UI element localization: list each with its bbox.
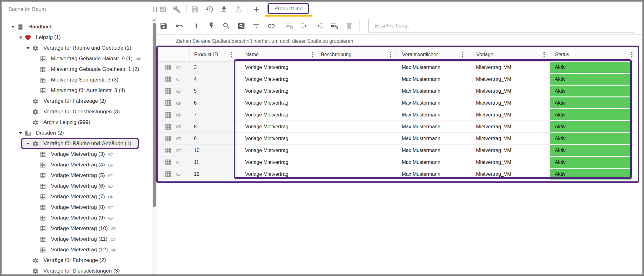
list-history-icon[interactable] <box>330 22 338 30</box>
tree-scrollbar[interactable] <box>152 18 157 274</box>
table-row[interactable]: 10Vorlage MietvertragMax MustermannMietv… <box>158 145 637 156</box>
tree-item[interactable]: Verträge für Räume und Gebäude (1) <box>2 138 151 149</box>
description-input[interactable] <box>368 19 634 33</box>
list-collapse-icon[interactable] <box>300 22 308 30</box>
search-icon[interactable] <box>222 22 230 30</box>
tree-item[interactable]: Verträge für Räume und Gebäude (1) <box>2 43 151 53</box>
paperclip-icon[interactable] <box>176 100 182 106</box>
add-row-icon[interactable] <box>192 22 200 30</box>
tree-item[interactable]: Vorlage Mietvertrag (8) <box>2 202 151 213</box>
tree-item[interactable]: Verträge für Dienstleistungen (3) <box>2 266 151 274</box>
tree-item[interactable]: Vorlage Mietvertrag (9) <box>2 213 151 223</box>
header-cell-verantwortlicher[interactable]: Verantwortlicher <box>396 48 468 61</box>
tree-item[interactable]: Handbuch <box>2 22 151 32</box>
tree-item[interactable]: Archiv Leipzig (999) <box>2 117 151 128</box>
caret-down-icon[interactable] <box>17 132 25 134</box>
splitter-drag-handle[interactable] <box>153 7 157 12</box>
tree-item[interactable]: Vorlage Mietvertrag (12) <box>2 244 151 255</box>
paperclip-icon[interactable] <box>176 112 182 118</box>
list-save-icon[interactable] <box>285 22 293 30</box>
tree-item[interactable]: Verträge für Fahrzeuge (2) <box>2 255 151 266</box>
table-row[interactable]: 6Vorlage MietvertragMax MustermannMietve… <box>158 97 637 109</box>
flash-icon[interactable] <box>207 22 215 30</box>
grid-icon[interactable] <box>165 123 172 131</box>
search-box-icon[interactable] <box>237 22 245 30</box>
paperclip-icon[interactable] <box>176 88 182 94</box>
list-expand-icon[interactable] <box>315 22 323 30</box>
grid-icon[interactable] <box>165 111 172 119</box>
paperclip-icon[interactable] <box>176 76 182 82</box>
column-menu-icon[interactable] <box>390 54 391 55</box>
table-row[interactable]: 12Vorlage MietvertragMax MustermannMietv… <box>158 168 637 180</box>
tree-item[interactable]: Vorlage Mietvertrag (3) <box>2 149 151 160</box>
paperclip-icon[interactable] <box>176 124 182 130</box>
tree-item[interactable]: Verträge für Fahrzeuge (2) <box>2 96 151 106</box>
wrench-icon[interactable] <box>173 5 181 13</box>
header-cell-name[interactable]: Name <box>237 48 318 61</box>
history-icon[interactable] <box>205 5 214 13</box>
grid-icon[interactable] <box>165 135 172 142</box>
delete-icon[interactable] <box>345 22 353 30</box>
table-row[interactable]: 11Vorlage MietvertragMax MustermannMietv… <box>158 156 637 168</box>
tree-item[interactable]: Mietvertrag für Aurelienstr. 3 (4) <box>2 85 151 96</box>
column-menu-icon[interactable] <box>631 54 632 55</box>
paperclip-icon[interactable] <box>176 171 182 177</box>
grid-icon[interactable] <box>165 99 172 107</box>
grid-icon[interactable] <box>165 170 172 178</box>
upload-icon[interactable] <box>234 5 242 13</box>
table-row[interactable]: 8Vorlage MietvertragMax MustermannMietve… <box>158 121 637 133</box>
header-cell-status[interactable]: Status <box>550 48 637 61</box>
table-row[interactable]: 4Vorlage MietvertragMax MustermannMietve… <box>158 73 637 85</box>
table-row[interactable]: 3Vorlage MietvertragMax MustermannMietve… <box>158 62 637 73</box>
add-tab-icon[interactable] <box>253 5 261 13</box>
paperclip-icon[interactable] <box>176 147 182 154</box>
tab-productline[interactable]: ProductLine <box>268 3 309 14</box>
table-row[interactable]: 9Vorlage MietvertragMax MustermannMietve… <box>158 133 637 145</box>
tree-search-input[interactable] <box>2 2 155 17</box>
caret-down-icon[interactable] <box>9 26 17 28</box>
scrollbar-thumb[interactable] <box>153 23 156 207</box>
tree-item[interactable]: Vorlage Mietvertrag (5) <box>2 170 151 181</box>
undo-icon[interactable] <box>175 22 184 30</box>
caret-down-icon[interactable] <box>24 47 32 49</box>
tree-item[interactable]: Mietvertrag Springerstr. 3 (3) <box>2 75 151 85</box>
paperclip-icon[interactable] <box>176 64 182 71</box>
header-cell-vorlage[interactable]: Vorlage <box>468 48 550 61</box>
table-row[interactable]: 7Vorlage MietvertragMax MustermannMietve… <box>158 109 637 121</box>
tree-item[interactable]: Vorlage Mietvertrag (7) <box>2 191 151 202</box>
tree-item[interactable]: Vorlage Mietvertrag (6) <box>2 181 151 191</box>
paperclip-icon[interactable] <box>176 159 182 165</box>
tree-item[interactable]: Dresden (2) <box>2 128 151 138</box>
grid-icon[interactable] <box>165 64 172 71</box>
tree-item[interactable]: Mietvertrag Gebäude Goethestr. 1 (2) <box>2 64 151 75</box>
grid-icon[interactable] <box>165 147 172 154</box>
tree-item[interactable]: Vorlage Mietvertrag (4) <box>2 160 151 170</box>
column-menu-icon[interactable] <box>312 54 313 55</box>
tree-item[interactable]: Verträge für Dienstleistungen (3) <box>2 106 151 117</box>
cell-vorlage: Mietvertrag_VM <box>468 73 550 85</box>
group-by-hint-bar[interactable]: Ziehen Sie eine Spaltenüberschrift hierh… <box>157 34 642 48</box>
save-icon[interactable] <box>160 22 168 30</box>
column-menu-icon[interactable] <box>543 54 545 55</box>
link-icon[interactable] <box>267 22 275 30</box>
filter-icon[interactable] <box>252 22 260 30</box>
grid-icon[interactable] <box>165 159 172 166</box>
table-row[interactable]: 5Vorlage MietvertragMax MustermannMietve… <box>158 85 637 97</box>
header-cell-id[interactable]: Produkt-ID <box>189 48 237 61</box>
scroll-up-icon[interactable] <box>153 19 156 21</box>
form-panel-icon[interactable] <box>159 5 167 13</box>
grid-icon[interactable] <box>165 87 172 95</box>
paperclip-icon[interactable] <box>176 136 182 142</box>
caret-down-icon[interactable] <box>24 143 32 145</box>
column-menu-icon[interactable] <box>231 54 232 55</box>
tree-item[interactable]: Vorlage Mietvertrag (11) <box>2 234 151 244</box>
grid-icon[interactable] <box>165 76 172 83</box>
tree-item[interactable]: Leipzig (1) <box>2 32 151 43</box>
column-menu-icon[interactable] <box>462 54 463 55</box>
download-icon[interactable] <box>220 5 228 13</box>
tree-item[interactable]: Vorlage Mietvertrag (10) <box>2 223 151 234</box>
caret-down-icon[interactable] <box>17 37 25 39</box>
save-icon[interactable] <box>191 5 199 13</box>
tree-item[interactable]: Mietvertrag Gebäude Hainstr. 9 (1) <box>2 53 151 64</box>
header-cell-beschreibung[interactable]: Beschreibung <box>318 48 396 61</box>
